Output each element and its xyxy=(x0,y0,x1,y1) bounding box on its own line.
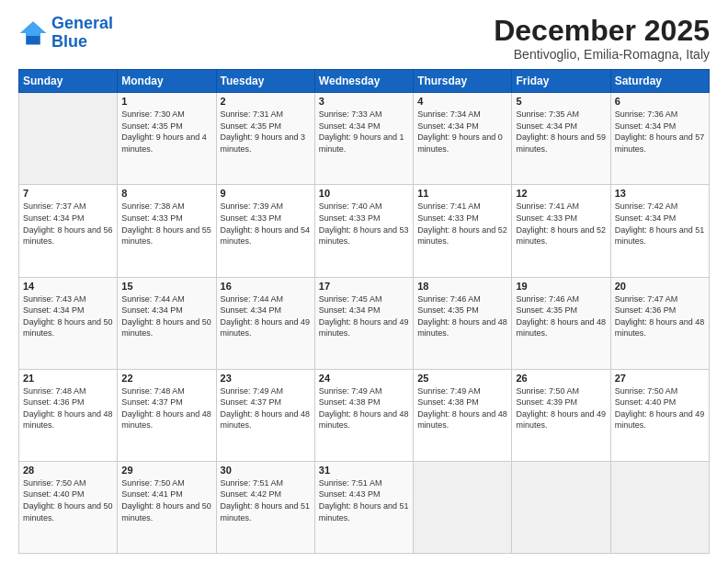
sunset-text: Sunset: 4:34 PM xyxy=(23,305,85,315)
sunrise-text: Sunrise: 7:41 AM xyxy=(417,201,481,211)
daylight-text: Daylight: 8 hours and 51 minutes. xyxy=(221,501,311,523)
sunset-text: Sunset: 4:39 PM xyxy=(516,397,577,407)
month-title: December 2025 xyxy=(494,15,710,47)
day-info: Sunrise: 7:48 AM Sunset: 4:37 PM Dayligh… xyxy=(121,385,211,431)
sunrise-text: Sunrise: 7:47 AM xyxy=(615,294,678,304)
day-info: Sunrise: 7:34 AM Sunset: 4:34 PM Dayligh… xyxy=(417,109,507,155)
sunrise-text: Sunrise: 7:48 AM xyxy=(121,386,185,396)
day-number: 24 xyxy=(319,373,409,384)
sunrise-text: Sunrise: 7:51 AM xyxy=(319,478,382,488)
sunrise-text: Sunrise: 7:38 AM xyxy=(121,201,185,211)
sunrise-text: Sunrise: 7:35 AM xyxy=(516,109,579,119)
location: Bentivoglio, Emilia-Romagna, Italy xyxy=(494,47,710,62)
day-info: Sunrise: 7:46 AM Sunset: 4:35 PM Dayligh… xyxy=(417,293,507,339)
header-friday: Friday xyxy=(512,70,610,93)
day-info: Sunrise: 7:44 AM Sunset: 4:34 PM Dayligh… xyxy=(121,293,211,339)
sunrise-text: Sunrise: 7:43 AM xyxy=(23,294,86,304)
sunset-text: Sunset: 4:34 PM xyxy=(615,213,677,223)
sunset-text: Sunset: 4:42 PM xyxy=(221,489,282,499)
day-info: Sunrise: 7:50 AM Sunset: 4:39 PM Dayligh… xyxy=(516,385,606,431)
day-info: Sunrise: 7:30 AM Sunset: 4:35 PM Dayligh… xyxy=(121,109,211,155)
header-thursday: Thursday xyxy=(414,70,512,93)
day-info: Sunrise: 7:31 AM Sunset: 4:35 PM Dayligh… xyxy=(221,109,311,155)
calendar-week-row: 21 Sunrise: 7:48 AM Sunset: 4:36 PM Dayl… xyxy=(19,369,710,461)
day-info: Sunrise: 7:42 AM Sunset: 4:34 PM Dayligh… xyxy=(615,201,705,247)
day-info: Sunrise: 7:43 AM Sunset: 4:34 PM Dayligh… xyxy=(23,293,113,339)
title-block: December 2025 Bentivoglio, Emilia-Romagn… xyxy=(494,15,710,62)
day-info: Sunrise: 7:51 AM Sunset: 4:42 PM Dayligh… xyxy=(221,477,311,523)
calendar-header-row: Sunday Monday Tuesday Wednesday Thursday… xyxy=(19,70,710,93)
table-row: 19 Sunrise: 7:46 AM Sunset: 4:35 PM Dayl… xyxy=(512,277,610,369)
sunset-text: Sunset: 4:41 PM xyxy=(121,489,183,499)
header-monday: Monday xyxy=(118,70,216,93)
daylight-text: Daylight: 8 hours and 48 minutes. xyxy=(319,409,409,431)
table-row: 29 Sunrise: 7:50 AM Sunset: 4:41 PM Dayl… xyxy=(118,461,216,553)
table-row: 10 Sunrise: 7:40 AM Sunset: 4:33 PM Dayl… xyxy=(314,185,413,277)
sunrise-text: Sunrise: 7:46 AM xyxy=(516,294,579,304)
sunset-text: Sunset: 4:34 PM xyxy=(221,305,282,315)
sunrise-text: Sunrise: 7:30 AM xyxy=(121,109,185,119)
sunrise-text: Sunrise: 7:40 AM xyxy=(319,201,382,211)
day-number: 4 xyxy=(417,96,507,107)
daylight-text: Daylight: 8 hours and 50 minutes. xyxy=(23,501,113,523)
table-row: 31 Sunrise: 7:51 AM Sunset: 4:43 PM Dayl… xyxy=(314,461,413,553)
sunset-text: Sunset: 4:38 PM xyxy=(417,397,479,407)
daylight-text: Daylight: 8 hours and 48 minutes. xyxy=(417,317,507,339)
day-number: 16 xyxy=(221,281,311,292)
svg-marker-1 xyxy=(20,21,46,36)
day-number: 6 xyxy=(615,96,705,107)
day-number: 20 xyxy=(615,281,705,292)
day-number: 21 xyxy=(23,373,113,384)
day-info: Sunrise: 7:49 AM Sunset: 4:38 PM Dayligh… xyxy=(319,385,409,431)
daylight-text: Daylight: 8 hours and 53 minutes. xyxy=(319,225,409,247)
daylight-text: Daylight: 8 hours and 48 minutes. xyxy=(121,409,211,431)
table-row: 30 Sunrise: 7:51 AM Sunset: 4:42 PM Dayl… xyxy=(216,461,314,553)
day-info: Sunrise: 7:48 AM Sunset: 4:36 PM Dayligh… xyxy=(23,385,113,431)
table-row: 21 Sunrise: 7:48 AM Sunset: 4:36 PM Dayl… xyxy=(19,369,118,461)
day-number: 19 xyxy=(516,281,606,292)
sunset-text: Sunset: 4:34 PM xyxy=(516,121,577,131)
daylight-text: Daylight: 9 hours and 0 minutes. xyxy=(417,132,503,154)
table-row: 15 Sunrise: 7:44 AM Sunset: 4:34 PM Dayl… xyxy=(118,277,216,369)
sunrise-text: Sunrise: 7:49 AM xyxy=(319,386,382,396)
day-number: 22 xyxy=(121,373,211,384)
header-wednesday: Wednesday xyxy=(314,70,413,93)
day-info: Sunrise: 7:45 AM Sunset: 4:34 PM Dayligh… xyxy=(319,293,409,339)
day-number: 1 xyxy=(121,96,211,107)
sunrise-text: Sunrise: 7:33 AM xyxy=(319,109,382,119)
sunset-text: Sunset: 4:34 PM xyxy=(23,213,85,223)
table-row: 22 Sunrise: 7:48 AM Sunset: 4:37 PM Dayl… xyxy=(118,369,216,461)
calendar-week-row: 7 Sunrise: 7:37 AM Sunset: 4:34 PM Dayli… xyxy=(19,185,710,277)
daylight-text: Daylight: 8 hours and 52 minutes. xyxy=(417,225,507,247)
header-saturday: Saturday xyxy=(610,70,709,93)
calendar-table: Sunday Monday Tuesday Wednesday Thursday… xyxy=(18,69,710,554)
day-number: 15 xyxy=(121,281,211,292)
sunset-text: Sunset: 4:34 PM xyxy=(319,305,381,315)
daylight-text: Daylight: 8 hours and 59 minutes. xyxy=(516,132,606,154)
sunset-text: Sunset: 4:37 PM xyxy=(121,397,183,407)
daylight-text: Daylight: 8 hours and 51 minutes. xyxy=(615,225,705,247)
day-number: 5 xyxy=(516,96,606,107)
day-info: Sunrise: 7:50 AM Sunset: 4:41 PM Dayligh… xyxy=(121,477,211,523)
sunrise-text: Sunrise: 7:41 AM xyxy=(516,201,579,211)
sunrise-text: Sunrise: 7:31 AM xyxy=(221,109,284,119)
sunrise-text: Sunrise: 7:48 AM xyxy=(23,386,86,396)
day-number: 11 xyxy=(417,188,507,199)
sunset-text: Sunset: 4:33 PM xyxy=(516,213,577,223)
day-info: Sunrise: 7:37 AM Sunset: 4:34 PM Dayligh… xyxy=(23,201,113,247)
sunset-text: Sunset: 4:34 PM xyxy=(319,121,381,131)
day-info: Sunrise: 7:47 AM Sunset: 4:36 PM Dayligh… xyxy=(615,293,705,339)
day-info: Sunrise: 7:41 AM Sunset: 4:33 PM Dayligh… xyxy=(417,201,507,247)
day-info: Sunrise: 7:44 AM Sunset: 4:34 PM Dayligh… xyxy=(221,293,311,339)
sunset-text: Sunset: 4:33 PM xyxy=(121,213,183,223)
day-info: Sunrise: 7:40 AM Sunset: 4:33 PM Dayligh… xyxy=(319,201,409,247)
table-row: 17 Sunrise: 7:45 AM Sunset: 4:34 PM Dayl… xyxy=(314,277,413,369)
daylight-text: Daylight: 8 hours and 49 minutes. xyxy=(221,317,311,339)
logo-icon xyxy=(18,20,48,46)
calendar-week-row: 14 Sunrise: 7:43 AM Sunset: 4:34 PM Dayl… xyxy=(19,277,710,369)
table-row: 23 Sunrise: 7:49 AM Sunset: 4:37 PM Dayl… xyxy=(216,369,314,461)
daylight-text: Daylight: 8 hours and 49 minutes. xyxy=(516,409,606,431)
daylight-text: Daylight: 8 hours and 55 minutes. xyxy=(121,225,211,247)
table-row: 3 Sunrise: 7:33 AM Sunset: 4:34 PM Dayli… xyxy=(314,93,413,185)
sunrise-text: Sunrise: 7:51 AM xyxy=(221,478,284,488)
